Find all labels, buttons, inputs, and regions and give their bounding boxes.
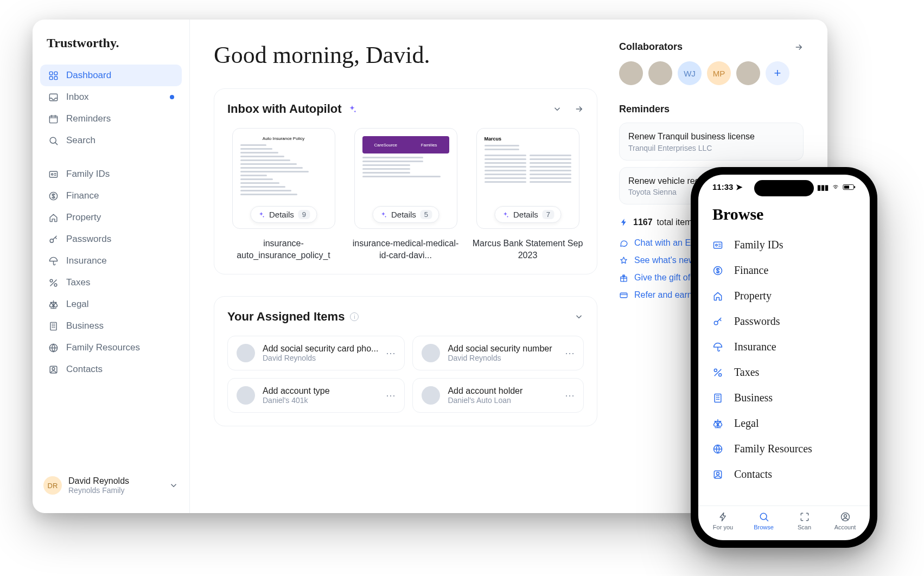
search-icon (759, 511, 769, 522)
collaborator-avatar[interactable] (736, 61, 760, 85)
scan-icon (799, 511, 810, 522)
umbrella-icon (712, 342, 724, 353)
inbox-card[interactable]: Marcus Details 7 Marcus Bank Statement S… (471, 128, 584, 261)
sidebar-user-switcher[interactable]: DR David Reynolds Reynolds Family (33, 469, 189, 502)
sidebar-item-finance[interactable]: Finance (40, 185, 182, 207)
phone-browse-item-property[interactable]: Property (712, 283, 856, 309)
sidebar-item-inbox[interactable]: Inbox (40, 86, 182, 108)
sidebar-item-property[interactable]: Property (40, 207, 182, 228)
reminders-title: Reminders (619, 104, 804, 115)
more-icon[interactable]: ⋯ (386, 347, 396, 359)
phone-tab-label: Browse (754, 524, 774, 530)
id-card-icon (48, 169, 59, 180)
phone-browse-item-contacts[interactable]: Contacts (712, 462, 856, 487)
avatar (422, 386, 440, 405)
assigned-item[interactable]: Add account holder Daniel's Auto Loan ⋯ (412, 378, 584, 413)
phone-tab-account[interactable]: Account (825, 511, 865, 530)
reminder-card[interactable]: Renew Tranquil business license Tranquil… (619, 123, 804, 161)
panel-open-arrow[interactable] (574, 104, 584, 114)
phone-browse-label: Finance (734, 264, 768, 277)
star-icon (619, 256, 629, 265)
phone-tab-scan[interactable]: Scan (784, 511, 825, 530)
phone-tab-browse[interactable]: Browse (743, 511, 784, 530)
sidebar-item-label: Business (66, 321, 104, 331)
phone-browse-item-family-ids[interactable]: Family IDs (712, 232, 856, 258)
reminder-subtitle: Tranquil Enterprises LLC (628, 144, 794, 152)
sidebar-item-contacts[interactable]: Contacts (40, 359, 182, 380)
sidebar-item-label: Reminders (66, 113, 111, 124)
details-chip[interactable]: Details 9 (250, 206, 317, 223)
greeting-heading: Good morning, David. (214, 41, 597, 69)
sidebar-secondary-nav: Family IDs Finance Property Passwords In… (33, 163, 189, 380)
details-chip[interactable]: Details 7 (494, 206, 561, 223)
phone-browse-label: Business (734, 392, 773, 404)
sparkle-icon (501, 211, 509, 219)
sidebar-item-label: Taxes (66, 277, 90, 288)
phone-browse-item-insurance[interactable]: Insurance (712, 334, 856, 360)
info-icon[interactable]: i (350, 312, 359, 321)
phone-browse-item-legal[interactable]: Legal (712, 411, 856, 436)
phone-tab-for-you[interactable]: For you (703, 511, 743, 530)
sidebar-item-insurance[interactable]: Insurance (40, 250, 182, 272)
phone-browse-label: Contacts (734, 468, 772, 481)
svg-rect-22 (844, 185, 849, 189)
sidebar-item-label: Family Resources (66, 342, 140, 353)
panel-collapse-toggle[interactable] (552, 104, 562, 114)
phone-tabbar: For you Browse Scan Account (698, 505, 870, 540)
inbox-card[interactable]: CareSourceFamilies Details 5 insurance-m… (349, 128, 462, 261)
sidebar-item-label: Search (66, 135, 95, 146)
phone-browse-item-finance[interactable]: Finance (712, 258, 856, 283)
phone-browse-label: Passwords (734, 315, 780, 328)
action-link-label: See what's new (634, 255, 695, 265)
collaborator-avatar[interactable] (619, 61, 643, 85)
collaborator-avatar[interactable]: WJ (678, 61, 702, 85)
phone-browse-item-taxes[interactable]: Taxes (712, 360, 856, 385)
phone-browse-label: Taxes (734, 366, 759, 379)
details-label: Details (513, 210, 538, 219)
sidebar-item-taxes[interactable]: Taxes (40, 272, 182, 293)
user-icon (840, 511, 851, 522)
building-icon (48, 321, 59, 331)
bolt-icon (718, 511, 729, 522)
assigned-item[interactable]: Add social security card pho... David Re… (227, 336, 405, 370)
sidebar-item-legal[interactable]: Legal (40, 293, 182, 315)
sparkle-icon (379, 211, 387, 219)
avatar (422, 344, 440, 362)
add-collaborator-button[interactable]: + (766, 61, 789, 85)
details-count: 9 (298, 210, 310, 219)
more-icon[interactable]: ⋯ (386, 389, 396, 401)
collaborators-open-arrow[interactable] (794, 42, 804, 52)
home-icon (712, 291, 724, 302)
phone-browse-item-business[interactable]: Business (712, 385, 856, 411)
sidebar-item-family-resources[interactable]: Family Resources (40, 337, 182, 359)
assigned-item[interactable]: Add social security number David Reynold… (412, 336, 584, 370)
assigned-item-subtitle: Daniel's 401k (263, 396, 378, 405)
avatar (237, 386, 255, 405)
svg-rect-23 (854, 186, 855, 188)
phone-browse-item-passwords[interactable]: Passwords (712, 309, 856, 334)
battery-icon (843, 184, 856, 190)
sidebar-item-family-ids[interactable]: Family IDs (40, 163, 182, 185)
panel-collapse-toggle[interactable] (574, 312, 584, 322)
sidebar-item-search[interactable]: Search (40, 130, 182, 151)
sidebar-item-reminders[interactable]: Reminders (40, 108, 182, 130)
details-count: 7 (543, 210, 554, 219)
sidebar-item-passwords[interactable]: Passwords (40, 228, 182, 250)
details-label: Details (269, 210, 294, 219)
sidebar: Trustworthy. Dashboard Inbox Reminders S… (33, 20, 190, 513)
assigned-item[interactable]: Add account type Daniel's 401k ⋯ (227, 378, 405, 413)
document-thumbnail: Marcus Details 7 (476, 128, 579, 229)
more-icon[interactable]: ⋯ (565, 389, 575, 401)
collaborator-avatar[interactable]: MP (707, 61, 731, 85)
sidebar-primary-nav: Dashboard Inbox Reminders Search (33, 65, 189, 151)
key-icon (48, 234, 59, 245)
collaborator-avatar[interactable] (648, 61, 672, 85)
inbox-card[interactable]: Auto Insurance Policy Details 9 insuranc… (227, 128, 340, 261)
phone-browse-item-family-resources[interactable]: Family Resources (712, 436, 856, 462)
sidebar-item-business[interactable]: Business (40, 315, 182, 337)
bolt-icon (619, 217, 629, 227)
sidebar-item-dashboard[interactable]: Dashboard (40, 65, 182, 86)
more-icon[interactable]: ⋯ (565, 347, 575, 359)
phone-status-icons: ▮▮▮ (817, 183, 856, 191)
details-chip[interactable]: Details 5 (372, 206, 439, 223)
